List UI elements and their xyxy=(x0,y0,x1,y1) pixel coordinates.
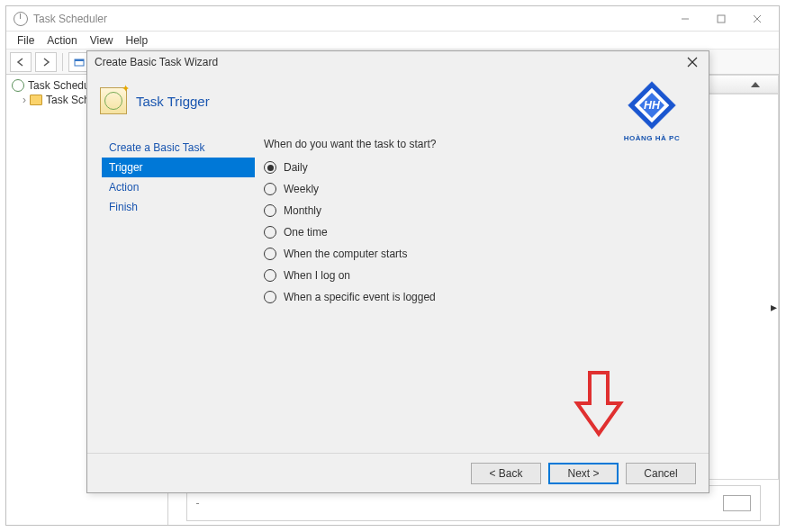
menu-view[interactable]: View xyxy=(85,32,119,49)
forward-button[interactable] xyxy=(35,52,57,72)
nav-action[interactable]: Action xyxy=(102,177,255,197)
wizard-content: When do you want the task to start? Dail… xyxy=(255,138,694,453)
dialog-title: Create Basic Task Wizard xyxy=(95,56,683,68)
radio-logon[interactable]: When I log on xyxy=(264,269,685,282)
svg-rect-5 xyxy=(75,59,84,61)
radio-label: Daily xyxy=(284,161,308,174)
radio-icon xyxy=(264,269,276,282)
radio-icon xyxy=(264,161,276,174)
radio-icon xyxy=(264,291,276,303)
status-text xyxy=(196,498,714,509)
radio-label: When a specific event is logged xyxy=(284,291,436,303)
svg-text:HH: HH xyxy=(644,99,661,112)
menu-action[interactable]: Action xyxy=(41,32,82,49)
cancel-button[interactable]: Cancel xyxy=(626,463,696,484)
radio-icon xyxy=(264,226,276,239)
menu-file[interactable]: File xyxy=(12,32,40,49)
back-button[interactable] xyxy=(10,52,32,72)
close-button[interactable] xyxy=(739,8,775,30)
radio-icon xyxy=(264,204,276,217)
radio-label: When I log on xyxy=(284,269,350,282)
dialog-close-button[interactable] xyxy=(683,53,701,71)
brand-logo: HH HOÀNG HÀ PC xyxy=(613,75,691,145)
radio-label: Monthly xyxy=(284,204,321,217)
clock-icon xyxy=(14,12,28,26)
status-button[interactable] xyxy=(723,495,751,511)
expand-icon: › xyxy=(23,94,26,106)
dialog-footer: < Back Next > Cancel xyxy=(87,453,709,492)
diamond-icon: HH xyxy=(624,77,680,133)
window-controls xyxy=(667,8,775,30)
nav-trigger[interactable]: Trigger xyxy=(102,158,255,177)
create-basic-task-wizard-dialog: Create Basic Task Wizard Task Trigger HH… xyxy=(86,50,709,493)
nav-finish[interactable]: Finish xyxy=(102,197,255,217)
wizard-nav: Create a Basic Task Trigger Action Finis… xyxy=(102,138,255,453)
radio-monthly[interactable]: Monthly xyxy=(264,204,685,217)
dialog-titlebar: Create Basic Task Wizard xyxy=(87,51,709,73)
radio-daily[interactable]: Daily xyxy=(264,161,685,174)
wizard-icon xyxy=(100,87,127,114)
back-button[interactable]: < Back xyxy=(471,463,541,484)
next-button[interactable]: Next > xyxy=(548,463,619,484)
dialog-header-title: Task Trigger xyxy=(136,94,210,109)
scheduler-icon xyxy=(12,79,24,92)
radio-icon xyxy=(264,183,276,195)
radio-weekly[interactable]: Weekly xyxy=(264,183,685,195)
menubar: File Action View Help xyxy=(6,32,779,50)
radio-label: When the computer starts xyxy=(284,248,407,260)
radio-icon xyxy=(264,248,276,260)
maximize-button[interactable] xyxy=(703,8,739,30)
trigger-radio-group: Daily Weekly Monthly One time When the c… xyxy=(264,161,685,303)
sort-up-icon xyxy=(751,82,760,87)
dialog-header: Task Trigger HH HOÀNG HÀ PC xyxy=(87,73,709,129)
radio-event-logged[interactable]: When a specific event is logged xyxy=(264,291,685,303)
folder-icon xyxy=(30,95,42,105)
menu-help[interactable]: Help xyxy=(121,32,154,49)
brand-logo-text: HOÀNG HÀ PC xyxy=(624,134,680,142)
scroll-right-icon[interactable]: ▸ xyxy=(771,300,777,314)
main-titlebar: Task Scheduler xyxy=(6,6,779,32)
toolbar-separator xyxy=(62,53,63,71)
minimize-button[interactable] xyxy=(667,8,703,30)
svg-rect-1 xyxy=(718,15,725,23)
nav-create-basic-task[interactable]: Create a Basic Task xyxy=(102,138,255,158)
app-title: Task Scheduler xyxy=(33,13,667,25)
radio-label: One time xyxy=(284,226,328,239)
radio-computer-starts[interactable]: When the computer starts xyxy=(264,248,685,260)
radio-label: Weekly xyxy=(284,183,319,195)
radio-onetime[interactable]: One time xyxy=(264,226,685,239)
dialog-body: Create a Basic Task Trigger Action Finis… xyxy=(87,129,709,453)
